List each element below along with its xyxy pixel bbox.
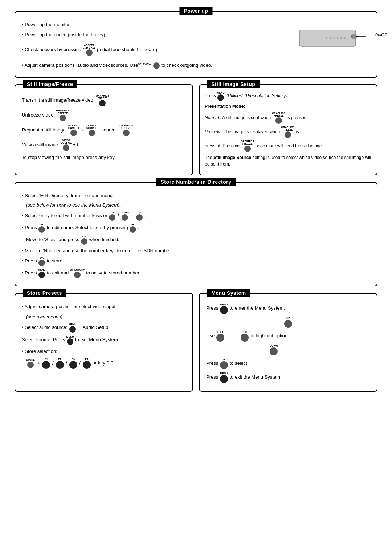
- menu-button4[interactable]: [67, 338, 73, 345]
- settings-text: ,'Utilities', 'Presentation Settings': [226, 93, 288, 98]
- store-item-1: • Select 'Edit Directory' from the main …: [22, 192, 370, 199]
- graphics-freeze-button3[interactable]: [123, 130, 130, 136]
- power-item-1: • Power up the monitor.: [22, 21, 283, 28]
- menu-ok-button[interactable]: [220, 361, 228, 369]
- menu-button-setup[interactable]: [217, 94, 224, 101]
- menu-down-btn-wrapper: DOWN: [269, 345, 278, 355]
- transmit-label: Transmit a still image/freeze video:: [22, 97, 94, 103]
- unfreeze-row: Unfreeze video: GRAPHICSFREEZE: [22, 109, 186, 121]
- ok-label5: OK: [40, 257, 44, 259]
- slash2: /: [52, 359, 54, 367]
- video-source-btn-wrapper: VIDEOSOURCE: [86, 124, 97, 136]
- graphics-preview2-button[interactable]: [244, 146, 251, 152]
- graphics-freeze-button2[interactable]: [60, 115, 66, 121]
- selfview-button[interactable]: [153, 62, 160, 69]
- down-button[interactable]: [122, 214, 128, 221]
- ok-button1[interactable]: [136, 214, 143, 221]
- directory-button[interactable]: [74, 272, 81, 278]
- menu-down-row: DOWN: [177, 345, 370, 355]
- source-text: +source+: [99, 127, 118, 133]
- bottom-row: Store Presets • Adjust camera position o…: [15, 293, 377, 392]
- plus2: +: [131, 212, 134, 220]
- menu-button2[interactable]: [38, 272, 45, 278]
- p3-btn-wrapper: P3: [69, 358, 78, 369]
- down-btn-wrapper: DOWN: [121, 211, 129, 221]
- normal-colon: : A still image is sent when: [219, 115, 272, 120]
- pres-mode-label: Presentation Mode:: [205, 103, 372, 110]
- still-setup-title: Still Image Setup: [207, 80, 260, 88]
- page-container: Power up • Power up the monitor. • Power…: [15, 11, 377, 392]
- power-up-section: Power up • Power up the monitor. • Power…: [15, 11, 377, 78]
- menu-btn2-wrapper: MENU: [38, 269, 46, 278]
- video-source-label: VIDEOSOURCE: [86, 124, 97, 129]
- p1-button[interactable]: [42, 361, 50, 369]
- ok-button2[interactable]: [38, 226, 45, 233]
- ok-button3[interactable]: [130, 226, 136, 233]
- menu-system-content: Press MENU to enter the Menu System. UP …: [200, 296, 377, 391]
- ok-btn5-wrapper: OK: [38, 257, 45, 266]
- still-source-bold: Still Image Source: [213, 155, 251, 160]
- graphics-freeze-label2: GRAPHICSFREEZE: [56, 109, 70, 114]
- power-image-col: On/Off: [290, 25, 370, 51]
- menu-system-section: Menu System Press MENU to enter the Menu…: [199, 293, 377, 392]
- menu-enter-row: Press MENU to enter the Menu System.: [206, 303, 370, 314]
- menu-down-button[interactable]: [270, 347, 278, 355]
- store-presets-title: Store Presets: [23, 289, 66, 297]
- power-up-content: • Power up the monitor. • Power up the c…: [15, 14, 377, 77]
- graphics-preview-label: GRAPHICSFREEZE: [281, 126, 295, 131]
- store-numbers-content: • Select 'Edit Directory' from the main …: [15, 185, 377, 286]
- menu-exit-label: MENU: [220, 372, 228, 375]
- graphics-freeze-label1: GRAPHICSFREEZE: [96, 94, 109, 99]
- store-item-3: • Press OK to edit name. Select letters …: [22, 223, 370, 233]
- slash3: /: [66, 359, 67, 367]
- press-exit-text: Press: [206, 375, 218, 380]
- setup-intro-row: Press MENU ,'Utilities', 'Presentation S…: [205, 91, 372, 101]
- far-end-camera-button[interactable]: [70, 130, 77, 136]
- graphics-normal-wrapper: GRAPHICSFREEZE: [272, 112, 285, 124]
- svg-point-2: [330, 37, 331, 39]
- graphics-preview-button[interactable]: [285, 131, 291, 138]
- ok-button4[interactable]: [81, 238, 87, 245]
- p2-button[interactable]: [56, 361, 64, 369]
- menu-up-button[interactable]: [284, 320, 292, 328]
- ok-label2: OK: [40, 223, 44, 226]
- unfreeze-label: Unfreeze video:: [22, 112, 55, 118]
- normal-text2: is pressed.: [287, 115, 308, 120]
- key-text: or key 0-9: [92, 360, 113, 366]
- graphics-label3: GRAPHICSFREEZE: [119, 124, 133, 129]
- graphics-normal-button[interactable]: [275, 117, 282, 124]
- preview-text2: is: [296, 129, 299, 134]
- menu-left-button[interactable]: [216, 334, 224, 342]
- menu-enter-button[interactable]: [220, 306, 228, 314]
- accept-button[interactable]: [86, 49, 93, 56]
- slash1: /: [118, 212, 119, 220]
- ok-btn2-wrapper: OK: [38, 223, 45, 233]
- p2-btn-wrapper: P2: [56, 358, 64, 369]
- video-source-button2[interactable]: [63, 144, 69, 151]
- plus-zero: + 0: [73, 142, 79, 147]
- menu-system-title: Menu System: [207, 289, 250, 297]
- p4-button[interactable]: [83, 361, 91, 369]
- menu-label-setup: MENU: [217, 91, 225, 94]
- graphics-preview2-wrapper: GRAPHICSFREEZE: [241, 140, 254, 152]
- directory-btn-wrapper: DIRECTORY: [70, 269, 85, 278]
- ok-button5[interactable]: [38, 260, 45, 266]
- menu-up-row: UP: [206, 317, 370, 328]
- menu-exit-button[interactable]: [220, 375, 228, 383]
- use-text2: to highlight option.: [250, 333, 289, 339]
- menu-right-button[interactable]: [241, 334, 249, 342]
- menu-enter-label: MENU: [220, 303, 228, 306]
- store-button[interactable]: [27, 362, 34, 368]
- presets-item-1b: (see own menus): [26, 313, 186, 321]
- normal-row: Normal : A still image is sent when GRAP…: [205, 112, 372, 124]
- up-button[interactable]: [109, 214, 115, 221]
- plus1: +: [81, 126, 84, 134]
- p3-button[interactable]: [69, 361, 77, 369]
- menu-button3[interactable]: [69, 326, 76, 333]
- p2-label: P2: [58, 358, 61, 360]
- graphics-freeze-btn3-wrapper: GRAPHICSFREEZE: [119, 124, 133, 136]
- still-image-setup-section: Still Image Setup Press MENU ,'Utilities…: [199, 84, 377, 175]
- video-source-button[interactable]: [89, 130, 95, 136]
- graphics-freeze-button1[interactable]: [99, 100, 106, 106]
- up-btn-wrapper: UP: [109, 211, 116, 221]
